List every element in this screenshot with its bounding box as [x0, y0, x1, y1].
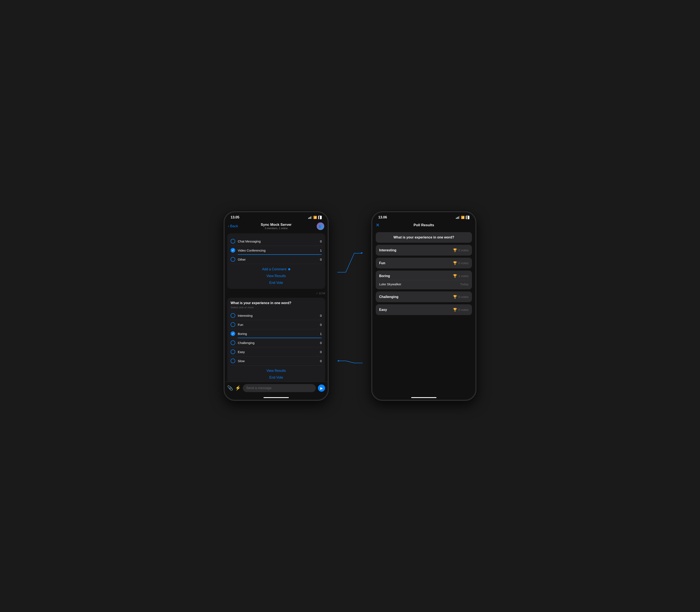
poll1-count-chat: 0 [318, 239, 322, 243]
poll2-option-challenging[interactable]: Challenging 0 [230, 338, 322, 347]
add-comment-button[interactable]: Add a Comment [262, 266, 290, 272]
poll2-option-fun[interactable]: Fun 0 [230, 320, 322, 329]
nav-center: Sync Mock Server 3 members, 1 online [261, 223, 292, 230]
poll2-label-boring: Boring [238, 332, 318, 336]
result-challenging-row: Challenging 🏆 0 votes [379, 295, 468, 299]
poll1-radio-other[interactable] [230, 257, 235, 262]
connector-svg [337, 211, 363, 401]
view-results-button-1[interactable]: View Results [266, 273, 286, 279]
result-boring-count: 1 votes [459, 274, 468, 278]
send-button[interactable]: ▶ [318, 385, 325, 392]
poll2-count-easy: 0 [318, 350, 322, 354]
trophy-icon: 🏆 [453, 248, 457, 252]
poll2-radio-fun[interactable] [230, 322, 235, 327]
end-vote-button-2[interactable]: End Vote [269, 375, 283, 380]
view-results-button-2[interactable]: View Results [266, 368, 286, 374]
end-vote-label-1: End Vote [269, 281, 283, 285]
poll2-count-boring: 1 [318, 332, 322, 336]
lightning-button[interactable]: ⚡ [235, 385, 241, 391]
poll1-radio-chat[interactable] [230, 239, 235, 244]
end-vote-label-2: End Vote [269, 376, 283, 379]
end-vote-button-1[interactable]: End Vote [269, 280, 283, 286]
poll1-option-video[interactable]: Video Conferencing 1 [230, 246, 322, 255]
close-button[interactable]: ✕ [376, 222, 379, 228]
poll2-radio-challenging[interactable] [230, 340, 235, 345]
right-status-bar: 13.06 📶 ▌ [372, 212, 475, 221]
result-interesting-votes: 🏆 0 votes [453, 248, 468, 252]
results-scroll: What is your experience in one word? Int… [372, 230, 475, 316]
results-title: Poll Results [414, 223, 434, 227]
right-battery-icon: ▌ [466, 216, 470, 219]
message-bar: 📎 ⚡ Send a message ▶ [225, 382, 328, 397]
view-results-label-2: View Results [266, 369, 286, 373]
left-nav-bar: ‹ Back Sync Mock Server 3 members, 1 onl… [225, 221, 328, 232]
poll2-label-interesting: Interesting [238, 314, 318, 317]
trophy-challenging-icon: 🏆 [453, 295, 457, 299]
view-results-label-1: View Results [266, 274, 286, 278]
right-signal-bars-icon [456, 216, 460, 219]
right-phone: 13.06 📶 ▌ ✕ Poll Results [371, 211, 477, 401]
result-interesting-row: Interesting 🏆 0 votes [379, 248, 468, 252]
poll1-label-video: Video Conferencing [238, 249, 318, 252]
trophy-easy-icon: 🏆 [453, 308, 457, 312]
result-boring-name: Boring [379, 274, 390, 278]
result-boring: Boring 🏆 1 votes Luke Skywalker Today [376, 270, 472, 289]
poll2-option-slow[interactable]: Slow 0 [230, 357, 322, 365]
poll-card-1: Chat Messaging 0 Video Conferencing 1 Ot… [227, 233, 325, 289]
connector-area [337, 211, 363, 401]
poll2-option-boring[interactable]: Boring 1 [230, 329, 322, 338]
poll2-radio-interesting[interactable] [230, 313, 235, 318]
result-boring-row: Boring 🏆 1 votes [379, 274, 468, 278]
poll-card-2: What is your experience in one word? Sel… [227, 298, 325, 382]
result-easy: Easy 🏆 0 votes [376, 304, 472, 315]
battery-icon: ▌ [318, 216, 322, 219]
poll1-count-other: 0 [318, 258, 322, 261]
svg-marker-1 [337, 360, 339, 362]
right-time: 13.06 [378, 215, 387, 220]
poll2-label-slow: Slow [238, 359, 318, 363]
results-question-card: What is your experience in one word? [376, 232, 472, 243]
poll2-progress-boring [238, 338, 322, 338]
poll2-radio-slow[interactable] [230, 359, 235, 363]
result-interesting: Interesting 🏆 0 votes [376, 245, 472, 255]
result-fun: Fun 🏆 0 votes [376, 258, 472, 268]
back-button[interactable]: ‹ Back [228, 224, 238, 228]
left-time: 13.05 [230, 215, 239, 220]
right-wifi-icon: 📶 [461, 216, 464, 219]
right-home-indicator [411, 397, 436, 398]
voter-name-boring: Luke Skywalker [379, 282, 401, 286]
voter-row-boring: Luke Skywalker Today [379, 280, 468, 286]
poll2-option-interesting[interactable]: Interesting 0 [230, 311, 322, 320]
results-screen: ✕ Poll Results What is your experience i… [372, 221, 475, 397]
right-status-icons: 📶 ▌ [456, 216, 470, 219]
signal-bars-icon [308, 216, 312, 219]
result-easy-votes: 🏆 0 votes [453, 308, 468, 312]
poll2-radio-boring[interactable] [230, 331, 235, 336]
poll1-label-chat: Chat Messaging [238, 239, 318, 243]
attach-button[interactable]: 📎 [227, 385, 233, 391]
trophy-fun-icon: 🏆 [453, 261, 457, 265]
result-fun-name: Fun [379, 261, 385, 265]
avatar-group[interactable]: 👥 [317, 222, 324, 230]
poll2-radio-easy[interactable] [230, 349, 235, 354]
poll1-label-other: Other [238, 258, 318, 261]
voter-time-boring: Today [460, 282, 468, 286]
result-challenging-name: Challenging [379, 295, 398, 299]
poll1-option-chat[interactable]: Chat Messaging 0 [230, 237, 322, 246]
message-placeholder: Send a message [246, 386, 271, 390]
results-spacer [372, 316, 475, 397]
result-challenging-votes: 🏆 0 votes [453, 295, 468, 299]
poll1-count-video: 1 [318, 249, 322, 252]
result-easy-name: Easy [379, 308, 387, 312]
add-comment-label: Add a Comment [262, 267, 286, 271]
poll2-count-slow: 0 [318, 359, 322, 363]
server-name: Sync Mock Server [261, 223, 292, 227]
poll1-option-other[interactable]: Other 0 [230, 255, 322, 264]
result-fun-row: Fun 🏆 0 votes [379, 261, 468, 265]
message-input-wrap[interactable]: Send a message [243, 384, 316, 392]
poll2-label-challenging: Challenging [238, 341, 318, 345]
chat-scroll: Chat Messaging 0 Video Conferencing 1 Ot… [225, 232, 328, 382]
left-status-icons: 📶 ▌ [308, 216, 322, 219]
poll2-option-easy[interactable]: Easy 0 [230, 347, 322, 357]
poll1-radio-video[interactable] [230, 248, 235, 253]
